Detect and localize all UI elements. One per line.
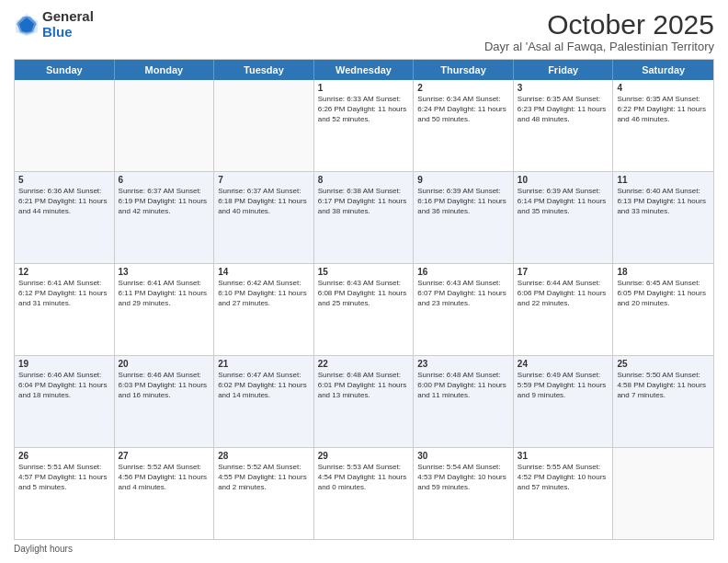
day-number-20: 20 (119, 359, 210, 369)
cell-info-4: Sunrise: 6:35 AM Sunset: 6:22 PM Dayligh… (617, 95, 710, 124)
month-title: October 2025 (484, 9, 714, 40)
header-thursday: Thursday (414, 60, 514, 80)
day-number-21: 21 (218, 359, 310, 369)
cell-1: 1Sunrise: 6:33 AM Sunset: 6:26 PM Daylig… (314, 80, 415, 171)
logo-blue-text: Blue (42, 25, 94, 40)
cell-info-24: Sunrise: 6:49 AM Sunset: 5:59 PM Dayligh… (518, 371, 609, 400)
cell-info-22: Sunrise: 6:48 AM Sunset: 6:01 PM Dayligh… (318, 371, 410, 400)
day-number-5: 5 (18, 175, 110, 185)
day-number-24: 24 (518, 359, 609, 369)
cell-9: 9Sunrise: 6:39 AM Sunset: 6:16 PM Daylig… (414, 172, 514, 263)
cell-2: 2Sunrise: 6:34 AM Sunset: 6:24 PM Daylig… (414, 80, 514, 171)
logo: General Blue (14, 9, 94, 40)
cell-3: 3Sunrise: 6:35 AM Sunset: 6:23 PM Daylig… (514, 80, 614, 171)
day-headers: Sunday Monday Tuesday Wednesday Thursday… (15, 60, 713, 80)
cell-info-30: Sunrise: 5:54 AM Sunset: 4:53 PM Dayligh… (417, 463, 509, 492)
logo-general-text: General (42, 9, 94, 25)
header-monday: Monday (115, 60, 215, 80)
empty-cell (115, 80, 215, 171)
cell-14: 14Sunrise: 6:42 AM Sunset: 6:10 PM Dayli… (214, 264, 314, 355)
footer-note: Daylight hours (14, 544, 714, 554)
cell-info-25: Sunrise: 5:50 AM Sunset: 4:58 PM Dayligh… (617, 371, 710, 400)
cell-17: 17Sunrise: 6:44 AM Sunset: 6:06 PM Dayli… (514, 264, 614, 355)
day-number-7: 7 (218, 175, 310, 185)
day-number-25: 25 (617, 359, 710, 369)
cell-16: 16Sunrise: 6:43 AM Sunset: 6:07 PM Dayli… (414, 264, 514, 355)
day-number-8: 8 (318, 175, 410, 185)
cell-24: 24Sunrise: 6:49 AM Sunset: 5:59 PM Dayli… (514, 356, 614, 447)
calendar: Sunday Monday Tuesday Wednesday Thursday… (14, 59, 714, 540)
day-number-31: 31 (518, 451, 609, 461)
cell-13: 13Sunrise: 6:41 AM Sunset: 6:11 PM Dayli… (115, 264, 215, 355)
cell-info-28: Sunrise: 5:52 AM Sunset: 4:55 PM Dayligh… (218, 463, 310, 492)
cell-info-5: Sunrise: 6:36 AM Sunset: 6:21 PM Dayligh… (18, 187, 110, 216)
day-number-30: 30 (417, 451, 509, 461)
cell-6: 6Sunrise: 6:37 AM Sunset: 6:19 PM Daylig… (115, 172, 215, 263)
calendar-row-4: 19Sunrise: 6:46 AM Sunset: 6:04 PM Dayli… (15, 356, 713, 448)
cell-25: 25Sunrise: 5:50 AM Sunset: 4:58 PM Dayli… (613, 356, 713, 447)
cell-info-19: Sunrise: 6:46 AM Sunset: 6:04 PM Dayligh… (18, 371, 110, 400)
cell-info-27: Sunrise: 5:52 AM Sunset: 4:56 PM Dayligh… (119, 463, 210, 492)
day-number-29: 29 (318, 451, 410, 461)
day-number-15: 15 (318, 267, 410, 277)
cell-info-10: Sunrise: 6:39 AM Sunset: 6:14 PM Dayligh… (518, 187, 609, 216)
day-number-22: 22 (318, 359, 410, 369)
cell-29: 29Sunrise: 5:53 AM Sunset: 4:54 PM Dayli… (314, 448, 415, 539)
day-number-13: 13 (119, 267, 210, 277)
day-number-11: 11 (617, 175, 710, 185)
cell-23: 23Sunrise: 6:48 AM Sunset: 6:00 PM Dayli… (414, 356, 514, 447)
cell-info-17: Sunrise: 6:44 AM Sunset: 6:06 PM Dayligh… (518, 279, 609, 308)
cell-info-15: Sunrise: 6:43 AM Sunset: 6:08 PM Dayligh… (318, 279, 410, 308)
cell-30: 30Sunrise: 5:54 AM Sunset: 4:53 PM Dayli… (414, 448, 514, 539)
cell-8: 8Sunrise: 6:38 AM Sunset: 6:17 PM Daylig… (314, 172, 415, 263)
cell-info-14: Sunrise: 6:42 AM Sunset: 6:10 PM Dayligh… (218, 279, 310, 308)
cell-27: 27Sunrise: 5:52 AM Sunset: 4:56 PM Dayli… (115, 448, 215, 539)
day-number-2: 2 (417, 83, 509, 93)
cell-info-20: Sunrise: 6:46 AM Sunset: 6:03 PM Dayligh… (119, 371, 210, 400)
cell-11: 11Sunrise: 6:40 AM Sunset: 6:13 PM Dayli… (613, 172, 713, 263)
day-number-10: 10 (518, 175, 609, 185)
day-number-9: 9 (417, 175, 509, 185)
cell-4: 4Sunrise: 6:35 AM Sunset: 6:22 PM Daylig… (613, 80, 713, 171)
title-section: October 2025 Dayr al 'Asal al Fawqa, Pal… (484, 9, 714, 53)
header-tuesday: Tuesday (214, 60, 314, 80)
day-number-27: 27 (119, 451, 210, 461)
cell-22: 22Sunrise: 6:48 AM Sunset: 6:01 PM Dayli… (314, 356, 415, 447)
cell-5: 5Sunrise: 6:36 AM Sunset: 6:21 PM Daylig… (15, 172, 115, 263)
cell-info-26: Sunrise: 5:51 AM Sunset: 4:57 PM Dayligh… (18, 463, 110, 492)
cell-20: 20Sunrise: 6:46 AM Sunset: 6:03 PM Dayli… (115, 356, 215, 447)
cell-info-7: Sunrise: 6:37 AM Sunset: 6:18 PM Dayligh… (218, 187, 310, 216)
day-number-17: 17 (518, 267, 609, 277)
day-number-28: 28 (218, 451, 310, 461)
calendar-row-1: 1Sunrise: 6:33 AM Sunset: 6:26 PM Daylig… (15, 80, 713, 172)
day-number-14: 14 (218, 267, 310, 277)
day-number-19: 19 (18, 359, 110, 369)
cell-31: 31Sunrise: 5:55 AM Sunset: 4:52 PM Dayli… (514, 448, 614, 539)
cell-7: 7Sunrise: 6:37 AM Sunset: 6:18 PM Daylig… (214, 172, 314, 263)
header-sunday: Sunday (15, 60, 115, 80)
header-wednesday: Wednesday (314, 60, 415, 80)
cell-info-13: Sunrise: 6:41 AM Sunset: 6:11 PM Dayligh… (119, 279, 210, 308)
cell-28: 28Sunrise: 5:52 AM Sunset: 4:55 PM Dayli… (214, 448, 314, 539)
header-friday: Friday (514, 60, 614, 80)
day-number-4: 4 (617, 83, 710, 93)
cell-info-16: Sunrise: 6:43 AM Sunset: 6:07 PM Dayligh… (417, 279, 509, 308)
cell-info-11: Sunrise: 6:40 AM Sunset: 6:13 PM Dayligh… (617, 187, 710, 216)
cell-19: 19Sunrise: 6:46 AM Sunset: 6:04 PM Dayli… (15, 356, 115, 447)
cell-info-9: Sunrise: 6:39 AM Sunset: 6:16 PM Dayligh… (417, 187, 509, 216)
cell-info-23: Sunrise: 6:48 AM Sunset: 6:00 PM Dayligh… (417, 371, 509, 400)
empty-cell (613, 448, 713, 539)
cell-18: 18Sunrise: 6:45 AM Sunset: 6:05 PM Dayli… (613, 264, 713, 355)
day-number-18: 18 (617, 267, 710, 277)
cell-info-21: Sunrise: 6:47 AM Sunset: 6:02 PM Dayligh… (218, 371, 310, 400)
cell-12: 12Sunrise: 6:41 AM Sunset: 6:12 PM Dayli… (15, 264, 115, 355)
calendar-row-3: 12Sunrise: 6:41 AM Sunset: 6:12 PM Dayli… (15, 264, 713, 356)
cell-info-18: Sunrise: 6:45 AM Sunset: 6:05 PM Dayligh… (617, 279, 710, 308)
cell-26: 26Sunrise: 5:51 AM Sunset: 4:57 PM Dayli… (15, 448, 115, 539)
cell-info-8: Sunrise: 6:38 AM Sunset: 6:17 PM Dayligh… (318, 187, 410, 216)
cell-info-3: Sunrise: 6:35 AM Sunset: 6:23 PM Dayligh… (518, 95, 609, 124)
cell-10: 10Sunrise: 6:39 AM Sunset: 6:14 PM Dayli… (514, 172, 614, 263)
day-number-1: 1 (318, 83, 410, 93)
calendar-body: 1Sunrise: 6:33 AM Sunset: 6:26 PM Daylig… (15, 80, 713, 539)
day-number-12: 12 (18, 267, 110, 277)
